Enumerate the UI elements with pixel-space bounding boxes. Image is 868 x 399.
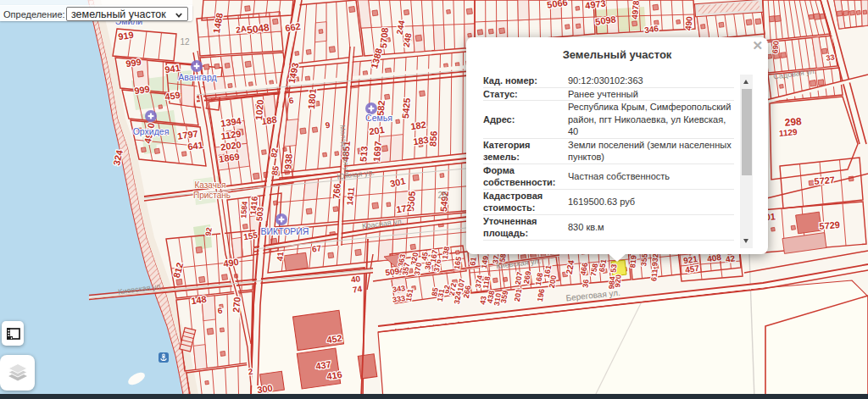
svg-text:45: 45 [420,252,430,262]
svg-text:5425: 5425 [400,97,412,119]
svg-text:1584: 1584 [239,201,249,219]
svg-text:355: 355 [639,253,648,267]
svg-text:40: 40 [350,274,361,285]
svg-text:343: 343 [392,284,405,294]
svg-text:12: 12 [180,37,190,47]
svg-text:452: 452 [326,333,343,345]
svg-text:172: 172 [396,202,413,214]
svg-text:74: 74 [352,284,363,295]
svg-text:Пристань: Пристань [193,191,231,200]
svg-text:856: 856 [427,130,439,147]
svg-text:690: 690 [771,41,780,54]
svg-text:25: 25 [437,191,448,200]
svg-text:919: 919 [118,30,135,42]
svg-text:1801: 1801 [306,88,318,109]
svg-text:333: 333 [392,294,405,304]
svg-text:1020: 1020 [253,99,265,120]
svg-text:33: 33 [826,53,835,62]
svg-text:490: 490 [223,257,240,269]
svg-text:1129: 1129 [778,127,798,138]
svg-text:85: 85 [430,287,440,297]
svg-text:999: 999 [125,57,142,69]
svg-text:437: 437 [315,359,332,371]
svg-text:36: 36 [423,261,433,271]
svg-text:ВИКТОРИЯ: ВИКТОРИЯ [261,226,309,236]
svg-text:611: 611 [649,269,659,281]
svg-text:641: 641 [187,140,204,152]
svg-text:4978: 4978 [630,0,641,19]
svg-text:53: 53 [609,263,619,273]
svg-text:61: 61 [468,257,478,267]
svg-text:459: 459 [164,90,181,102]
svg-text:766: 766 [331,183,342,199]
svg-text:92: 92 [203,227,214,237]
svg-text:490: 490 [683,15,693,30]
svg-text:5708: 5708 [378,27,390,48]
svg-text:938: 938 [282,153,294,169]
svg-text:513: 513 [358,146,370,162]
svg-text:67: 67 [311,243,322,254]
svg-text:Казачья: Казачья [194,180,225,190]
svg-text:932: 932 [650,253,659,267]
svg-text:503: 503 [254,206,264,221]
svg-text:999: 999 [134,84,151,96]
svg-text:42: 42 [725,253,736,264]
svg-text:182: 182 [410,119,427,131]
svg-text:662: 662 [285,21,302,33]
svg-text:148: 148 [191,294,208,306]
svg-text:201: 201 [369,125,386,136]
svg-text:Семья: Семья [365,113,392,123]
svg-text:Орхидея: Орхидея [133,126,170,136]
svg-text:1411: 1411 [345,186,356,206]
svg-text:819: 819 [628,255,637,269]
svg-text:1697: 1697 [371,141,383,162]
svg-text:36: 36 [581,279,591,288]
svg-text:270: 270 [231,296,242,313]
svg-text:5729: 5729 [819,219,840,231]
svg-text:416: 416 [326,369,343,381]
svg-text:41: 41 [275,251,286,261]
svg-text:5727: 5727 [814,175,835,186]
svg-text:Авангард: Авангард [178,72,216,82]
